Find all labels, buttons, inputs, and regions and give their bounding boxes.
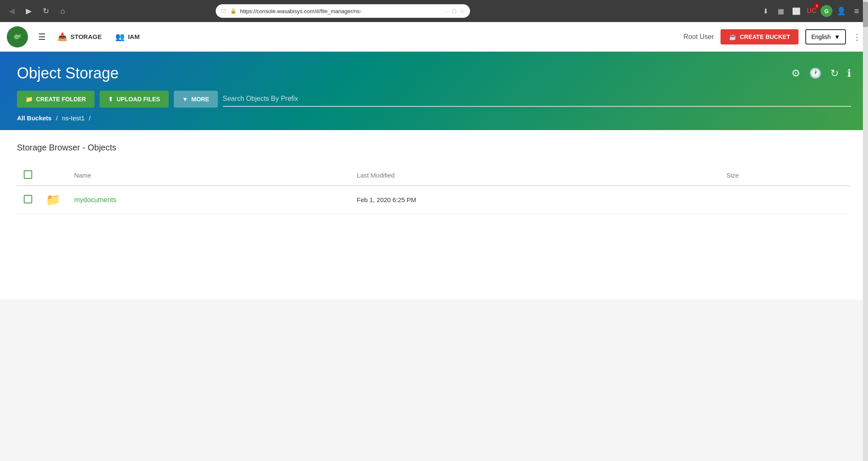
pocket-icon: ⬡ (452, 8, 456, 14)
folder-link[interactable]: mydocuments (74, 196, 117, 203)
more-button[interactable]: ▼ MORE (174, 91, 218, 108)
home-button[interactable]: ⌂ (56, 4, 70, 18)
address-bar[interactable]: 🛡 🔒 https://console.wasabisys.com/#/file… (216, 4, 470, 18)
breadcrumb-bucket: ns-test1 (62, 114, 84, 122)
scrollbar-thumb[interactable] (863, 2, 868, 27)
shield-icon: 🛡 (221, 8, 227, 14)
create-bucket-label: CREATE BUCKET (740, 33, 790, 40)
more-dots-button[interactable]: ⋮ (853, 32, 861, 42)
header-checkbox-cell (17, 165, 39, 186)
create-folder-button[interactable]: 📁 CREATE FOLDER (17, 91, 95, 108)
bucket-icon: ☕ (729, 33, 736, 40)
reload-button[interactable]: ↻ (39, 4, 53, 18)
breadcrumb-sep1: / (56, 114, 58, 122)
iam-label: IAM (128, 33, 140, 40)
notification-badge: 3 (814, 3, 820, 9)
banner: Object Storage ⚙ 🕐 ↻ ℹ 📁 CREATE FOLDER ⬆… (0, 52, 868, 130)
size-col-header: Size (720, 165, 851, 186)
info-button[interactable]: ℹ (847, 67, 851, 79)
content-title: Storage Browser - Objects (17, 143, 851, 153)
create-bucket-button[interactable]: ☕ CREATE BUCKET (721, 29, 798, 44)
more-dropdown-icon: ▼ (182, 96, 188, 103)
row-checkbox[interactable] (24, 195, 32, 203)
breadcrumb-all-buckets[interactable]: All Buckets (17, 114, 52, 122)
upload-files-label: UPLOAD FILES (117, 96, 160, 103)
banner-icons: ⚙ 🕐 ↻ ℹ (791, 67, 851, 79)
browser-chrome: ◀ ▶ ↻ ⌂ 🛡 🔒 https://console.wasabisys.co… (0, 0, 868, 22)
menu-button[interactable]: ≡ (850, 5, 863, 17)
download-button[interactable]: ⬇ (760, 5, 772, 17)
table-header: Name Last Modified Size (17, 165, 851, 186)
library-button[interactable]: ▦ (775, 5, 787, 17)
search-input[interactable] (223, 92, 851, 107)
language-label: English (811, 33, 831, 40)
upload-icon: ⬆ (108, 96, 113, 103)
breadcrumb-sep2: / (89, 114, 91, 122)
objects-table: Name Last Modified Size 📁 mydocuments Fe… (17, 165, 851, 214)
table-row: 📁 mydocuments Feb 1, 2020 6:25 PM (17, 186, 851, 214)
nav-links: 📥 STORAGE 👥 IAM (56, 29, 141, 45)
app-header: ☰ 📥 STORAGE 👥 IAM Root User ☕ CREATE BUC… (0, 22, 868, 52)
history-button[interactable]: 🕐 (809, 67, 822, 79)
last-modified-col-header: Last Modified (350, 165, 720, 186)
name-col-header: Name (67, 165, 350, 186)
content-area: Storage Browser - Objects Name Last Modi… (0, 130, 868, 300)
url-text: https://console.wasabisys.com/#/file_man… (240, 8, 440, 14)
create-folder-label: CREATE FOLDER (36, 96, 86, 103)
upload-files-button[interactable]: ⬆ UPLOAD FILES (100, 91, 169, 108)
folder-icon-cell: 📁 (39, 186, 67, 214)
star-icon: ☆ (460, 8, 465, 14)
settings-button[interactable]: ⚙ (791, 67, 801, 79)
storage-nav-link[interactable]: 📥 STORAGE (56, 29, 103, 45)
select-all-checkbox[interactable] (24, 170, 32, 179)
banner-title: Object Storage (17, 64, 119, 82)
banner-top: Object Storage ⚙ 🕐 ↻ ℹ (17, 64, 851, 82)
badge-container: UC 3 (805, 5, 818, 17)
folder-icon-col-header (39, 165, 67, 186)
language-selector[interactable]: English ▼ (805, 29, 846, 44)
hamburger-button[interactable]: ☰ (35, 28, 49, 45)
more-icon: ··· (444, 8, 448, 14)
breadcrumb: All Buckets / ns-test1 / (17, 114, 851, 122)
more-label: MORE (192, 96, 209, 103)
row-name-cell: mydocuments (67, 186, 350, 214)
forward-button[interactable]: ▶ (22, 4, 36, 18)
table-body: 📁 mydocuments Feb 1, 2020 6:25 PM (17, 186, 851, 214)
iam-nav-link[interactable]: 👥 IAM (114, 29, 142, 45)
storage-label: STORAGE (70, 33, 102, 40)
reader-button[interactable]: ⬜ (790, 5, 803, 17)
extensions-button[interactable]: 👤 (835, 5, 848, 17)
lock-icon: 🔒 (230, 8, 236, 14)
row-checkbox-cell (17, 186, 39, 214)
banner-actions: 📁 CREATE FOLDER ⬆ UPLOAD FILES ▼ MORE (17, 91, 851, 108)
refresh-button[interactable]: ↻ (830, 67, 839, 79)
header-right: Root User ☕ CREATE BUCKET English ▼ ⋮ (683, 29, 861, 44)
root-user-label: Root User (683, 33, 714, 41)
folder-icon: 📁 (46, 193, 61, 206)
wasabi-logo (7, 26, 28, 47)
create-folder-icon: 📁 (25, 96, 33, 103)
iam-icon: 👥 (115, 32, 125, 42)
back-button[interactable]: ◀ (5, 4, 19, 18)
browser-actions: ⬇ ▦ ⬜ UC 3 G 👤 ≡ (760, 5, 863, 17)
scrollbar[interactable] (863, 0, 868, 461)
chevron-down-icon: ▼ (834, 33, 840, 40)
row-last-modified-cell: Feb 1, 2020 6:25 PM (350, 186, 720, 214)
row-size-cell (720, 186, 851, 214)
profile-button[interactable]: G (821, 5, 832, 17)
storage-icon: 📥 (58, 32, 67, 42)
